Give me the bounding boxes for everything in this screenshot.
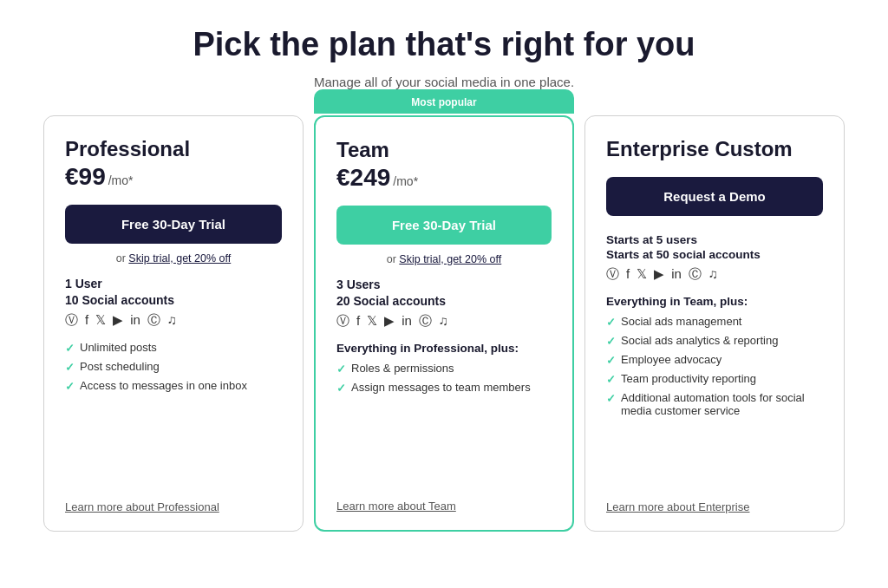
feature-item: ✓Social ads management: [606, 315, 823, 329]
plans-container: Professional €99 /mo* Free 30-Day Trial …: [28, 115, 860, 532]
check-icon: ✓: [65, 361, 75, 374]
check-icon: ✓: [65, 380, 75, 393]
plan-accounts-professional: 10 Social accounts: [65, 293, 282, 307]
check-icon: ✓: [65, 342, 75, 355]
tiktok-icon: ♫: [167, 312, 177, 329]
social-icons-professional: Ⓥ f 𝕏 ▶ in Ⓒ ♫: [65, 312, 282, 329]
check-icon: ✓: [606, 316, 616, 329]
facebook-icon: f: [356, 313, 360, 330]
instagram-icon: Ⓥ: [336, 313, 349, 330]
feature-list-professional: ✓Unlimited posts ✓Post scheduling ✓Acces…: [65, 341, 282, 398]
feature-item: ✓Access to messages in one inbox: [65, 379, 282, 393]
feature-item: ✓Roles & permissions: [336, 362, 552, 376]
learn-more-enterprise[interactable]: Learn more about Enterprise: [606, 500, 823, 513]
facebook-icon: f: [85, 312, 88, 329]
plan-price-row-team: €249 /mo*: [336, 164, 552, 192]
plan-card-professional: Professional €99 /mo* Free 30-Day Trial …: [43, 115, 304, 532]
facebook-icon: f: [626, 266, 630, 283]
check-icon: ✓: [606, 392, 616, 405]
plan-price-team: €249: [336, 164, 390, 192]
plan-price-professional: €99: [65, 163, 106, 191]
check-icon: ✓: [336, 363, 346, 376]
feature-item: ✓Social ads analytics & reporting: [606, 334, 823, 348]
youtube-icon: ▶: [384, 313, 395, 330]
feature-item: ✓Post scheduling: [65, 360, 282, 374]
skip-link-team: or Skip trial, get 20% off: [336, 253, 552, 265]
feature-item: ✓Employee advocacy: [606, 353, 823, 367]
check-icon: ✓: [606, 335, 616, 348]
plan-card-team: Most popular Team €249 /mo* Free 30-Day …: [314, 115, 574, 532]
feature-header-team: Everything in Professional, plus:: [336, 342, 552, 355]
skip-link-anchor-team[interactable]: Skip trial, get 20% off: [399, 253, 501, 265]
linkedin-icon: in: [402, 313, 412, 330]
trial-button-professional[interactable]: Free 30-Day Trial: [65, 205, 282, 244]
check-icon: ✓: [336, 382, 346, 395]
feature-item: ✓Additional automation tools for social …: [606, 391, 823, 417]
instagram-icon: Ⓥ: [65, 312, 78, 329]
page-title: Pick the plan that's right for you: [193, 26, 695, 64]
demo-button-enterprise[interactable]: Request a Demo: [606, 177, 823, 216]
feature-list-team: ✓Roles & permissions ✓Assign messages to…: [336, 362, 552, 400]
pinterest-icon: Ⓒ: [147, 312, 160, 329]
pinterest-icon: Ⓒ: [689, 266, 702, 283]
plan-card-enterprise: Enterprise Custom Request a Demo Starts …: [584, 115, 845, 532]
plan-name-professional: Professional: [65, 137, 282, 161]
plan-price-suffix-team: /mo*: [393, 174, 418, 188]
plan-users-team: 3 Users: [336, 278, 552, 291]
plan-price-row-professional: €99 /mo*: [65, 163, 282, 191]
plan-accounts-team: 20 Social accounts: [336, 294, 552, 308]
linkedin-icon: in: [671, 266, 682, 283]
check-icon: ✓: [606, 354, 616, 367]
plan-price-suffix-professional: /mo*: [108, 173, 134, 187]
instagram-icon: Ⓥ: [606, 266, 619, 283]
tiktok-icon: ♫: [708, 266, 718, 283]
plan-name-enterprise: Enterprise Custom: [606, 137, 823, 161]
check-icon: ✓: [606, 373, 616, 386]
trial-button-team[interactable]: Free 30-Day Trial: [336, 206, 552, 245]
tiktok-icon: ♫: [439, 313, 448, 330]
feature-item: ✓Team productivity reporting: [606, 372, 823, 386]
plan-name-team: Team: [336, 138, 552, 162]
pinterest-icon: Ⓒ: [419, 313, 432, 330]
twitter-icon: 𝕏: [367, 313, 377, 330]
social-icons-enterprise: Ⓥ f 𝕏 ▶ in Ⓒ ♫: [606, 266, 823, 283]
most-popular-badge: Most popular: [314, 89, 574, 114]
learn-more-team[interactable]: Learn more about Team: [336, 500, 552, 513]
youtube-icon: ▶: [113, 312, 123, 329]
page-subtitle: Manage all of your social media in one p…: [314, 75, 574, 89]
skip-link-professional: or Skip trial, get 20% off: [65, 252, 282, 265]
youtube-icon: ▶: [654, 266, 664, 283]
twitter-icon: 𝕏: [95, 312, 106, 329]
twitter-icon: 𝕏: [637, 266, 647, 283]
skip-link-anchor-professional[interactable]: Skip trial, get 20% off: [128, 252, 231, 265]
feature-header-enterprise: Everything in Team, plus:: [606, 295, 823, 308]
linkedin-icon: in: [130, 312, 140, 329]
plan-accounts-enterprise: Starts at 50 social accounts: [606, 248, 823, 261]
plan-users-professional: 1 User: [65, 277, 282, 291]
plan-users-enterprise: Starts at 5 users: [606, 233, 823, 246]
learn-more-professional[interactable]: Learn more about Professional: [65, 500, 282, 513]
social-icons-team: Ⓥ f 𝕏 ▶ in Ⓒ ♫: [336, 313, 552, 330]
feature-item: ✓Unlimited posts: [65, 341, 282, 355]
feature-item: ✓Assign messages to team members: [336, 381, 552, 395]
feature-list-enterprise: ✓Social ads management ✓Social ads analy…: [606, 315, 823, 422]
